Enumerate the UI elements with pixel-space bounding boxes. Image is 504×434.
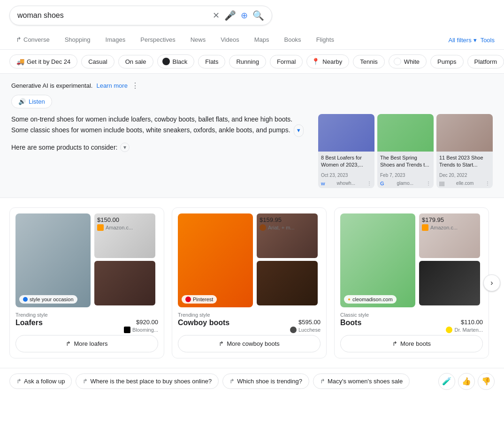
more-boots-button[interactable]: ↱ More boots — [340, 335, 483, 352]
tab-news[interactable]: News — [184, 31, 213, 49]
tab-flights[interactable]: Flights — [310, 31, 341, 49]
learn-more-link[interactable]: Learn more — [96, 82, 127, 89]
ai-article-card-1[interactable]: 8 Best Loafers for Women of 2023,... Oct… — [318, 114, 374, 188]
filter-chip-formal[interactable]: Formal — [270, 55, 303, 69]
tab-perspectives[interactable]: Perspectives — [134, 31, 182, 49]
lens-search-button[interactable]: ⊕ — [241, 10, 248, 21]
loafers-main-image: style your occasion — [15, 213, 91, 307]
filter-chip-tennis[interactable]: Tennis — [353, 55, 385, 69]
filter-chip-running[interactable]: Running — [229, 55, 266, 69]
followup-chip-macys[interactable]: ↱ Macy's women's shoes sale — [313, 373, 410, 389]
ai-article-image-3 — [436, 114, 493, 152]
cowboy-boots-style-label: Trending style — [178, 312, 321, 318]
search-input[interactable] — [17, 11, 208, 20]
delivery-icon: 🚚 — [16, 58, 24, 65]
article-menu-icon-3[interactable]: ⋮ — [485, 181, 490, 186]
more-loafers-icon: ↱ — [66, 340, 71, 347]
ask-followup-icon: ↱ — [16, 378, 22, 385]
amazon-logo-2 — [422, 224, 428, 231]
listen-label: Listen — [29, 98, 45, 105]
clear-button[interactable]: ✕ — [213, 10, 220, 21]
tab-books-label: Books — [284, 36, 301, 43]
ai-article-card-2[interactable]: The Best Spring Shoes and Trends t... Fe… — [377, 114, 434, 188]
all-filters-button[interactable]: All filters ▾ — [449, 37, 477, 44]
macys-icon: ↱ — [320, 378, 325, 385]
filter-chip-on-sale[interactable]: On sale — [118, 55, 153, 69]
tab-converse[interactable]: ↱ Converse — [9, 31, 56, 49]
cowboy-boots-main-image: Pinterest — [178, 213, 253, 307]
more-cowboy-boots-button[interactable]: ↱ More cowboy boots — [178, 335, 321, 352]
followup-row: ↱ Ask a follow up ↱ Where is the best pl… — [0, 368, 504, 395]
search-button[interactable]: 🔍 — [252, 10, 264, 21]
tools-button[interactable]: Tools — [481, 37, 495, 44]
followup-chip-ask-label: Ask a follow up — [24, 378, 65, 385]
filter-chip-black[interactable]: Black — [157, 54, 195, 69]
cowboy-boots-side-images: $159.95 Ariat, + m... — [257, 213, 318, 307]
boots-style-label: Classic style — [340, 312, 483, 318]
lens-icon: ⊕ — [241, 10, 248, 21]
pinterest-icon — [185, 297, 191, 302]
speaker-icon: 🔊 — [18, 98, 26, 105]
filter-chips-row: 🚚 Get it by Dec 24 Casual On sale Black … — [0, 50, 504, 74]
ai-images-column: 8 Best Loafers for Women of 2023,... Oct… — [318, 114, 493, 188]
followup-chip-trending-label: Which shoe is trending? — [237, 378, 302, 385]
flask-feedback-button[interactable]: 🧪 — [438, 373, 455, 390]
listen-button[interactable]: 🔊 Listen — [11, 95, 52, 108]
loafers-side-image-2 — [94, 261, 155, 305]
tab-maps-label: Maps — [254, 36, 269, 43]
filter-chip-nearby[interactable]: 📍 Nearby — [306, 54, 349, 69]
followup-chip-trending[interactable]: ↱ Which shoe is trending? — [222, 373, 309, 389]
converse-icon: ↱ — [16, 36, 22, 43]
tab-flights-label: Flights — [316, 36, 334, 43]
lucchese-logo — [290, 327, 297, 333]
filter-chip-white-label: White — [404, 58, 420, 65]
boots-source-label: ● cleomadison.com — [344, 295, 397, 304]
article-menu-icon-2[interactable]: ⋮ — [426, 181, 431, 186]
cowboy-retailer-1: Ariat, + m... — [260, 224, 315, 231]
boots-side-image-2 — [419, 261, 480, 305]
loafers-price-2 — [97, 264, 153, 271]
tab-converse-label: Converse — [23, 36, 50, 43]
article-menu-icon-1[interactable]: ⋮ — [367, 181, 372, 186]
thumbs-down-button[interactable]: 👎 — [478, 373, 495, 390]
filter-chip-delivery-label: Get it by Dec 24 — [27, 58, 70, 65]
ai-article-source-1: w whowh... ⋮ — [318, 179, 374, 188]
filter-chip-delivery[interactable]: 🚚 Get it by Dec 24 — [9, 54, 77, 69]
followup-chip-best-place[interactable]: ↱ Where is the best place to buy shoes o… — [76, 373, 219, 389]
voice-search-button[interactable]: 🎤 — [224, 10, 236, 21]
more-cowboy-icon: ↱ — [219, 340, 224, 347]
cowboy-boots-source-label: Pinterest — [182, 295, 217, 304]
boots-main-price: $110.00 — [446, 319, 483, 326]
loafers-side-image-1: $150.00 Amazon.c... — [94, 213, 155, 258]
filter-chip-flats[interactable]: Flats — [198, 55, 225, 69]
ai-article-card-3[interactable]: 11 Best 2023 Shoe Trends to Start... Dec… — [436, 114, 493, 188]
filter-chip-casual[interactable]: Casual — [81, 55, 114, 69]
more-loafers-button[interactable]: ↱ More loafers — [15, 335, 158, 352]
nav-tabs-row: ↱ Converse Shopping Images Perspectives … — [0, 31, 504, 50]
tab-shopping[interactable]: Shopping — [58, 31, 97, 49]
followup-chip-ask[interactable]: ↱ Ask a follow up — [9, 373, 72, 389]
cowboy-boots-side-image-2 — [257, 261, 318, 305]
filter-chip-pumps[interactable]: Pumps — [430, 55, 463, 69]
products-dropdown-button[interactable]: ▾ — [120, 143, 130, 152]
filter-chip-platform[interactable]: Platform — [467, 55, 504, 69]
filter-chip-white[interactable]: White — [389, 54, 427, 69]
source-logo-2: G — [380, 181, 384, 186]
boots-retailer-1: Amazon.c... — [422, 224, 477, 231]
ariat-logo — [260, 224, 266, 231]
filter-chip-tennis-label: Tennis — [360, 58, 378, 65]
filter-chip-flats-label: Flats — [205, 58, 218, 65]
expand-text-button[interactable]: ▾ — [294, 124, 304, 137]
search-bar-row: ✕ 🎤 ⊕ 🔍 — [0, 0, 504, 31]
tab-maps[interactable]: Maps — [248, 31, 276, 49]
boots-price-1: $179.95 — [422, 216, 477, 223]
products-next-button[interactable]: › — [483, 274, 500, 291]
filter-chip-black-label: Black — [173, 58, 188, 65]
loafers-source-label: style your occasion — [19, 295, 77, 304]
tab-videos[interactable]: Videos — [214, 31, 246, 49]
ai-menu-icon[interactable]: ⋮ — [131, 81, 139, 90]
thumbs-up-button[interactable]: 👍 — [458, 373, 475, 390]
boots-name: Boots — [340, 319, 361, 327]
tab-images[interactable]: Images — [99, 31, 132, 49]
tab-books[interactable]: Books — [277, 31, 307, 49]
